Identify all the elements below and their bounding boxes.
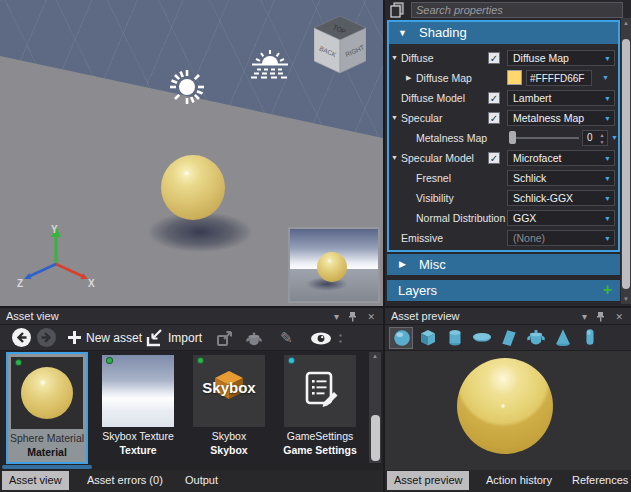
metalness-slider-track[interactable] [509,137,579,139]
diffuse-model-checkbox[interactable]: ✓ [488,92,500,104]
scroll-down-icon[interactable]: ▼ [621,296,631,302]
property-label: Diffuse [401,48,434,68]
asset-tile-gamesettings[interactable]: GameSettings Game Settings [279,352,361,464]
close-icon[interactable]: ✕ [367,311,375,323]
skybox-logo-text: Skybox [193,379,265,396]
collapse-arrow-icon[interactable]: ▶ [399,259,406,269]
expander-down-icon[interactable]: ▼ [391,108,401,128]
preview-shape-cube-button[interactable] [416,327,440,349]
camera-preview-inset [288,227,380,303]
property-row-diffuse-map: ▶ Diffuse Map #FFFFD66F ▼ [389,68,618,88]
expander-down-icon[interactable]: ▼ [391,48,401,68]
preview-shape-disc-button[interactable] [470,327,494,349]
chevron-down-icon: ▼ [604,175,611,182]
asset-tile-skybox-texture[interactable]: Skybox Texture Texture [97,352,179,464]
axis-y-label: Y [51,224,58,235]
back-button[interactable] [12,328,31,347]
asset-view-toolbar: New asset Import ✎ [0,325,383,351]
pin-icon[interactable] [348,312,357,322]
tab-asset-view[interactable]: Asset view [2,471,69,490]
toolbar-overflow-grip-icon[interactable] [338,334,343,343]
visibility-dropdown[interactable]: Schlick-GGX ▼ [507,190,615,206]
diffuse-dropdown[interactable]: Diffuse Map ▼ [507,50,615,66]
tab-action-history[interactable]: Action history [479,471,559,490]
edit-pencil-icon[interactable]: ✎ [280,329,293,347]
tab-asset-errors[interactable]: Asset errors (0) [80,471,170,490]
diffuse-checkbox[interactable]: ✓ [488,52,500,64]
skybox-light-gizmo-icon[interactable] [251,48,289,80]
asset-grid-scrollbar[interactable]: ▲ [369,352,381,463]
search-properties-input[interactable] [411,2,623,18]
asset-tile-skybox[interactable]: Skybox Skybox Skybox [188,352,270,464]
hscrollbar-thumb[interactable] [2,465,92,469]
spinner-down-icon[interactable]: ▼ [598,139,606,146]
editor-window: TOP BACK RIGHT Y X Z [0,0,631,492]
normal-distribution-dropdown[interactable]: GGX ▼ [507,210,615,226]
tab-output[interactable]: Output [178,471,225,490]
preview-shape-cylinder-button[interactable] [443,327,467,349]
import-icon[interactable] [146,329,164,347]
preview-sphere-render [457,358,553,454]
property-row-metalness-map: Metalness Map 0 ▲ ▼ ▼ [389,128,618,148]
asset-tile-sphere-material[interactable]: Sphere Material Material [6,352,88,464]
scroll-up-icon[interactable]: ▲ [621,20,631,26]
expander-down-icon[interactable]: ▼ [391,148,401,168]
specular-checkbox[interactable]: ✓ [488,112,500,124]
asset-thumbnail [102,355,174,427]
collapse-arrow-icon[interactable]: ▼ [398,28,407,38]
diffuse-model-dropdown[interactable]: Lambert ▼ [507,90,615,106]
misc-section-header[interactable]: ▶ Misc [387,254,620,275]
expander-right-icon[interactable]: ▶ [406,68,416,88]
spinner-up-icon[interactable]: ▲ [598,132,606,139]
diffuse-color-swatch[interactable] [507,70,522,85]
tab-asset-preview[interactable]: Asset preview [387,471,469,490]
specular-dropdown[interactable]: Metalness Map ▼ [507,110,615,126]
preview-shape-capsule-button[interactable] [578,327,602,349]
scene-viewport[interactable]: TOP BACK RIGHT Y X Z [0,0,383,306]
panel-menu-icon[interactable]: ▾ [582,311,587,323]
scrollbar-thumb[interactable] [622,39,630,289]
panel-menu-icon[interactable]: ▾ [334,311,339,323]
axis-gizmo[interactable]: Y X Z [16,224,96,296]
shading-section-header[interactable]: ▼ Shading [389,22,618,44]
close-icon[interactable]: ✕ [615,311,623,323]
metalness-value-spinner[interactable]: 0 ▲ ▼ [582,130,608,146]
navigation-cube[interactable]: TOP BACK RIGHT [314,16,366,74]
asset-grid[interactable]: Sphere Material Material Skybox Texture … [0,351,383,464]
export-selection-icon[interactable] [216,329,234,347]
import-button[interactable]: Import [168,331,202,345]
fresnel-dropdown[interactable]: Schlick ▼ [507,170,615,186]
asset-status-dot [15,359,22,366]
preview-shape-cone-button[interactable] [551,327,575,349]
plus-icon[interactable] [68,331,81,344]
scroll-up-icon[interactable]: ▲ [369,353,381,359]
preview-shape-teapot-button[interactable] [524,327,548,349]
panel-title: Asset view [6,310,59,322]
property-label: Diffuse Map [416,68,472,88]
visibility-eye-icon[interactable] [310,332,332,345]
chevron-down-icon[interactable]: ▼ [602,74,609,81]
forward-button[interactable] [37,328,56,347]
tab-references[interactable]: References [565,471,631,490]
specular-model-checkbox[interactable]: ✓ [488,152,500,164]
emissive-dropdown[interactable]: (None) ▼ [507,230,615,246]
properties-scrollbar[interactable]: ▲ ▼ [621,18,631,304]
chevron-down-icon[interactable]: ▼ [611,134,618,141]
sky-texture-thumbnail [102,355,174,427]
metalness-slider-thumb[interactable] [509,131,516,144]
pin-icon[interactable] [596,312,605,322]
add-layer-button[interactable]: + [603,281,612,299]
scrollbar-thumb[interactable] [371,415,380,461]
sun-light-gizmo-icon[interactable] [167,67,207,107]
diffuse-color-value-box[interactable]: #FFFFD66F [526,70,592,86]
preview-shape-sphere-button[interactable] [389,327,413,349]
asset-preview-viewport[interactable] [385,351,631,470]
specular-model-dropdown[interactable]: Microfacet ▼ [507,150,615,166]
dropdown-value: Metalness Map [513,112,584,125]
layers-section-header[interactable]: Layers + [387,280,620,301]
new-asset-button[interactable]: New asset [86,331,142,345]
preview-shape-plane-button[interactable] [497,327,521,349]
scene-sphere-entity[interactable] [161,155,225,220]
teapot-icon[interactable] [244,331,264,346]
asset-type: Skybox [188,444,270,456]
